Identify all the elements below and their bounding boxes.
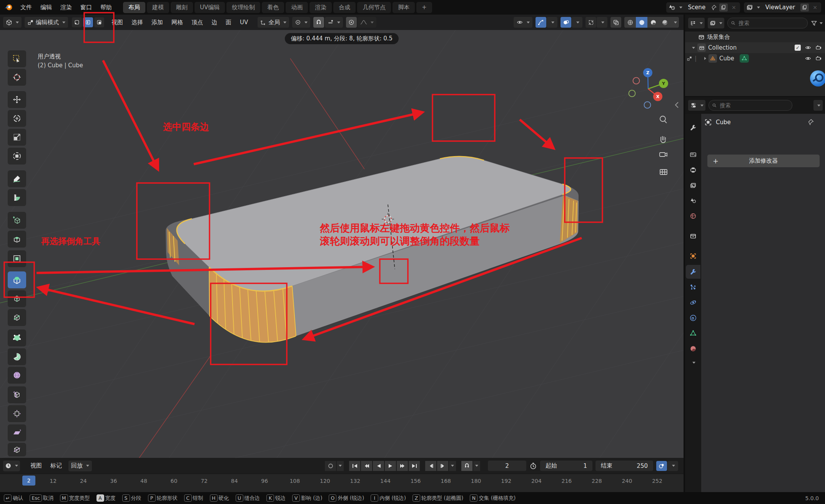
tool-smooth[interactable] bbox=[8, 367, 26, 384]
timeline-menu-playback[interactable]: 回放 bbox=[68, 461, 92, 471]
scene-selector[interactable]: Scene × bbox=[666, 2, 740, 13]
menu-item[interactable]: 边 bbox=[207, 17, 221, 28]
tool-measure[interactable] bbox=[8, 189, 26, 206]
next-keyframe-button[interactable] bbox=[397, 461, 408, 471]
editor-type-dropdown[interactable] bbox=[3, 17, 22, 28]
new-viewlayer-button[interactable] bbox=[800, 3, 809, 12]
timeline-menu-view[interactable]: 视图 bbox=[26, 461, 46, 471]
outliner-row-cube[interactable]: | Cube bbox=[685, 53, 825, 64]
tool-shear[interactable] bbox=[8, 424, 26, 441]
ortho-grid-icon[interactable] bbox=[660, 170, 667, 175]
tab-particles[interactable] bbox=[686, 280, 700, 294]
keying-set-button[interactable] bbox=[325, 461, 336, 471]
tool-shrink-fatten[interactable] bbox=[8, 405, 26, 422]
select-through-icon[interactable] bbox=[585, 17, 596, 28]
tabs-overflow-icon[interactable] bbox=[692, 362, 695, 364]
camera-icon[interactable] bbox=[815, 55, 822, 62]
tab-collection[interactable] bbox=[686, 229, 700, 243]
axis-x-neg-handle[interactable] bbox=[633, 78, 640, 84]
workspace-tab[interactable]: 动画 bbox=[286, 2, 308, 13]
viewlayer-selector[interactable]: ViewLayer × bbox=[744, 2, 821, 13]
properties-editor-dropdown[interactable] bbox=[688, 100, 705, 111]
workspace-tab[interactable]: UV编辑 bbox=[195, 2, 225, 13]
new-scene-button[interactable] bbox=[719, 3, 728, 12]
menu-item[interactable]: 渲染 bbox=[56, 2, 76, 13]
workspace-tab[interactable]: 纹理绘制 bbox=[226, 2, 260, 13]
play-reverse-button[interactable] bbox=[373, 461, 384, 471]
eye-icon[interactable] bbox=[805, 55, 812, 62]
menu-item[interactable]: 视图 bbox=[107, 17, 127, 28]
vertex-select-button[interactable] bbox=[72, 17, 82, 27]
timeline-editor-dropdown[interactable] bbox=[3, 461, 20, 471]
tool-poly-build[interactable] bbox=[8, 329, 26, 346]
workspace-tab[interactable]: 着色 bbox=[262, 2, 284, 13]
zoom-icon[interactable] bbox=[660, 116, 667, 123]
tool-scale[interactable] bbox=[8, 129, 26, 146]
gizmo-dropdown[interactable] bbox=[547, 17, 557, 28]
jump-to-start-button[interactable] bbox=[349, 461, 360, 471]
frame-end-field[interactable]: 结束 250 bbox=[595, 461, 653, 471]
gizmo-toggle[interactable] bbox=[536, 17, 546, 28]
menu-item[interactable]: 编辑 bbox=[36, 2, 56, 13]
cube-mesh[interactable] bbox=[166, 156, 579, 343]
edge-select-button[interactable] bbox=[83, 17, 93, 27]
tab-object[interactable] bbox=[686, 249, 700, 263]
tool-spin[interactable] bbox=[8, 348, 26, 365]
workspace-tab[interactable]: 建模 bbox=[147, 2, 169, 13]
tool-cursor[interactable] bbox=[8, 69, 26, 86]
workspace-tab[interactable]: 雕刻 bbox=[171, 2, 193, 13]
navigation-gizmo[interactable]: Z Y X bbox=[629, 68, 669, 108]
outliner-filter-dropdown[interactable] bbox=[811, 20, 823, 27]
keying-dropdown[interactable] bbox=[337, 461, 344, 471]
tab-view-layer[interactable] bbox=[686, 178, 700, 192]
playhead[interactable]: 2 bbox=[22, 476, 35, 486]
menu-item[interactable]: 添加 bbox=[147, 17, 167, 28]
menu-item[interactable]: 窗口 bbox=[76, 2, 96, 13]
shading-material-button[interactable] bbox=[647, 17, 659, 28]
tool-edge-slide[interactable] bbox=[8, 386, 26, 403]
show-object-types-dropdown[interactable] bbox=[514, 17, 532, 28]
menu-item[interactable]: 选择 bbox=[127, 17, 147, 28]
eye-icon[interactable] bbox=[805, 45, 812, 51]
workspace-tab[interactable]: 布局 bbox=[123, 2, 145, 13]
tool-rip-region[interactable] bbox=[8, 443, 26, 456]
step-dropdown[interactable] bbox=[449, 461, 456, 471]
play-button[interactable] bbox=[385, 461, 396, 471]
tool-move[interactable] bbox=[8, 91, 26, 108]
workspace-tab[interactable]: 合成 bbox=[333, 2, 356, 13]
auto-keying-dropdown[interactable] bbox=[473, 461, 480, 471]
tab-output[interactable] bbox=[686, 163, 700, 177]
jump-to-end-button[interactable] bbox=[409, 461, 420, 471]
blender-logo-icon[interactable] bbox=[4, 2, 14, 12]
sync-dropdown[interactable] bbox=[667, 461, 678, 471]
camera-view-icon[interactable] bbox=[660, 153, 667, 156]
tool-loop-cut[interactable] bbox=[8, 290, 26, 307]
playback-sync-toggle[interactable] bbox=[656, 461, 667, 471]
auto-keying-toggle[interactable] bbox=[461, 461, 472, 471]
workspace-tab[interactable]: + bbox=[416, 2, 432, 13]
tool-rotate[interactable] bbox=[8, 110, 26, 127]
outliner-editor-dropdown[interactable] bbox=[688, 18, 705, 28]
snap-settings-dropdown[interactable] bbox=[325, 17, 343, 28]
tool-extrude-region[interactable] bbox=[8, 231, 26, 248]
tool-select-box[interactable] bbox=[8, 50, 26, 67]
outliner-row-collection[interactable]: Collection ✓ bbox=[685, 42, 825, 53]
camera-icon[interactable] bbox=[815, 45, 822, 51]
menu-item[interactable]: 顶点 bbox=[187, 17, 207, 28]
proportional-falloff-dropdown[interactable] bbox=[358, 17, 376, 28]
snap-toggle[interactable] bbox=[313, 17, 324, 28]
properties-options-dropdown[interactable] bbox=[813, 100, 823, 111]
tab-modifiers[interactable] bbox=[686, 265, 700, 279]
shading-solid-button[interactable] bbox=[636, 17, 647, 28]
shading-wireframe-button[interactable] bbox=[624, 17, 636, 28]
close-icon[interactable]: × bbox=[730, 4, 738, 10]
menu-item[interactable]: 网格 bbox=[167, 17, 187, 28]
tab-render[interactable] bbox=[686, 148, 700, 161]
workspace-tab[interactable]: 渲染 bbox=[309, 2, 332, 13]
checkbox-icon[interactable]: ✓ bbox=[795, 45, 801, 51]
xray-toggle[interactable] bbox=[610, 17, 621, 28]
expand-icon[interactable] bbox=[704, 57, 706, 60]
properties-search[interactable] bbox=[709, 100, 792, 111]
step-back-button[interactable] bbox=[425, 461, 436, 471]
outliner-search[interactable] bbox=[727, 18, 808, 28]
